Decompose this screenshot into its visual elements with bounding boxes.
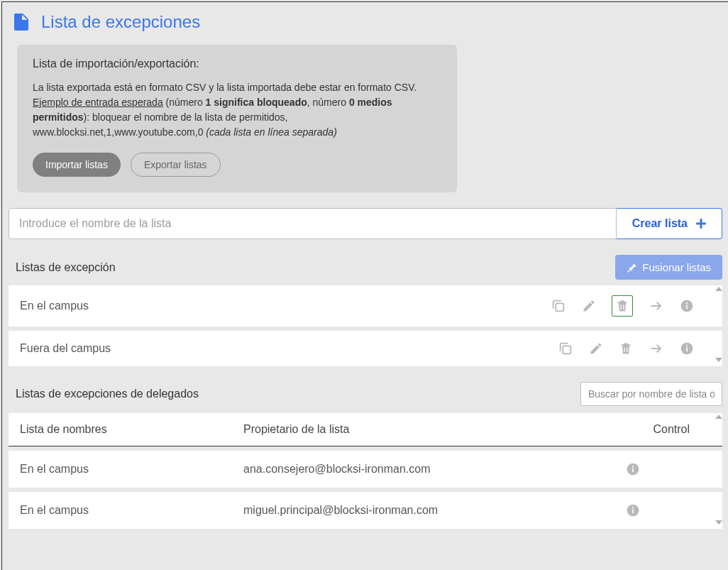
delete-icon[interactable] bbox=[612, 295, 633, 317]
scroll-up-icon[interactable] bbox=[715, 287, 722, 291]
delegate-lists-heading: Listas de excepciones de delegados bbox=[9, 383, 206, 405]
list-item: En el campus bbox=[9, 285, 722, 327]
plus-icon bbox=[696, 219, 706, 229]
delete-icon[interactable] bbox=[619, 341, 633, 356]
scroll-up-icon[interactable] bbox=[715, 415, 722, 419]
card-line2: Ejemplo de entrada esperada (número 1 si… bbox=[33, 95, 441, 140]
table-header: Lista de nombres Propietario de la lista… bbox=[9, 413, 722, 446]
info-icon[interactable] bbox=[626, 462, 687, 476]
list-item-name: Fuera del campus bbox=[20, 342, 111, 355]
svg-rect-4 bbox=[686, 305, 688, 309]
col-list-name: Lista de nombres bbox=[20, 423, 243, 436]
cell-name: En el campus bbox=[20, 463, 243, 476]
info-icon[interactable] bbox=[626, 503, 687, 517]
col-control: Control bbox=[626, 423, 711, 436]
copy-icon[interactable] bbox=[551, 298, 566, 314]
page-title: Lista de excepciones bbox=[41, 12, 200, 32]
edit-icon[interactable] bbox=[589, 341, 603, 356]
cell-owner: miguel.principal@blocksi-ironman.com bbox=[243, 504, 626, 517]
svg-point-5 bbox=[686, 302, 688, 304]
scroll-down-icon[interactable] bbox=[715, 358, 722, 362]
merge-lists-button[interactable]: Fusionar listas bbox=[615, 255, 722, 280]
create-list-label: Crear lista bbox=[632, 217, 688, 230]
list-item-name: En el campus bbox=[20, 300, 89, 312]
svg-rect-6 bbox=[563, 346, 570, 353]
cell-owner: ana.consejero@blocksi-ironman.com bbox=[243, 463, 626, 476]
edit-icon[interactable] bbox=[582, 299, 596, 313]
document-icon bbox=[14, 13, 28, 31]
svg-rect-14 bbox=[632, 509, 634, 513]
card-heading: Lista de importación/exportación: bbox=[33, 57, 441, 70]
col-owner: Propietario de la lista bbox=[243, 423, 626, 436]
create-list-button[interactable]: Crear lista bbox=[617, 208, 722, 239]
arrow-right-icon[interactable] bbox=[649, 298, 664, 314]
search-input[interactable] bbox=[580, 382, 722, 406]
svg-rect-11 bbox=[632, 468, 634, 472]
copy-icon[interactable] bbox=[558, 341, 573, 356]
exception-lists-heading: Listas de excepción bbox=[9, 257, 123, 278]
example-link[interactable]: Ejemplo de entrada esperada bbox=[33, 97, 163, 108]
svg-point-9 bbox=[686, 345, 688, 346]
info-icon[interactable] bbox=[680, 299, 694, 313]
info-icon[interactable] bbox=[680, 341, 694, 356]
card-line1: La lista exportada está en formato CSV y… bbox=[33, 80, 441, 95]
import-button[interactable]: Importar listas bbox=[33, 153, 121, 177]
arrow-right-icon[interactable] bbox=[649, 341, 664, 356]
svg-rect-1 bbox=[696, 223, 706, 225]
svg-rect-8 bbox=[686, 347, 688, 351]
export-button[interactable]: Exportar listas bbox=[131, 153, 221, 177]
import-export-card: Lista de importación/exportación: La lis… bbox=[17, 45, 457, 192]
svg-point-15 bbox=[632, 507, 634, 508]
cell-name: En el campus bbox=[20, 504, 243, 517]
svg-point-12 bbox=[632, 466, 634, 467]
list-item: Fuera del campus bbox=[9, 331, 722, 366]
pin-icon bbox=[627, 263, 636, 273]
scroll-down-icon[interactable] bbox=[715, 520, 722, 525]
list-name-input[interactable] bbox=[9, 208, 617, 239]
svg-rect-2 bbox=[556, 303, 563, 311]
table-row: En el campus miguel.principal@blocksi-ir… bbox=[9, 492, 722, 529]
merge-lists-label: Fusionar listas bbox=[642, 261, 711, 273]
table-row: En el campus ana.consejero@blocksi-ironm… bbox=[9, 451, 722, 488]
